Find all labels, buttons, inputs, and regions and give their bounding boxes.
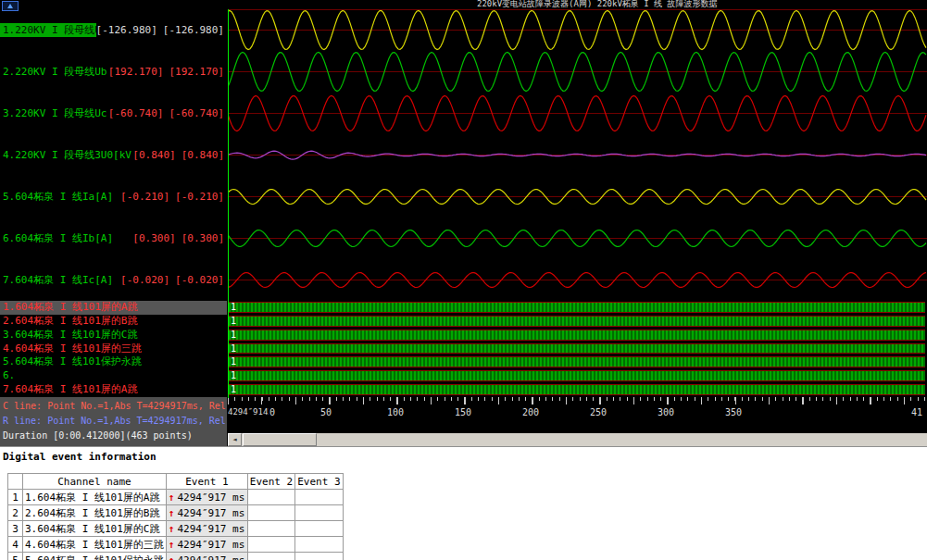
event-1-time: 4294″917 ms (177, 523, 244, 535)
horizontal-scrollbar[interactable]: ◄ (228, 433, 927, 446)
event-2-cell (247, 537, 294, 553)
analog-value-1: [-0.020] (120, 274, 169, 286)
analog-channel-row[interactable]: 6.604柘泉 I 线Ib[A] [0.300][0.300] (0, 218, 227, 259)
event-channel-name: 3.604柘泉 I 线101屏的C跳 (23, 521, 167, 537)
digital-status-row: 1 (228, 342, 927, 356)
analog-value-2: [192.170] (169, 66, 224, 78)
analog-channel-row[interactable]: 4.220KV I 段母线3U0[kV] [0.840][0.840] (0, 134, 227, 176)
up-arrow-icon (7, 4, 13, 8)
digital-channel-name[interactable]: 3.604柘泉 I 线101屏的C跳 (0, 329, 227, 342)
analog-channel-name[interactable]: 3.220KV I 段母线Uc[kV] (0, 106, 108, 120)
digital-channel-name[interactable]: 5.604柘泉 I 线101保护永跳 (0, 355, 227, 369)
event-3-cell (295, 537, 343, 553)
event-1-cell: ↑4294″917 ms (166, 553, 247, 560)
axis-tick-label: 150 (455, 407, 471, 417)
analog-value-1: [0.840] (132, 149, 175, 161)
axis-tick-label: 300 (658, 407, 674, 417)
axis-tick-label: 250 (590, 407, 607, 417)
event-table-row[interactable]: 2 2.604柘泉 I 线101屏的B跳 ↑4294″917 ms (8, 505, 344, 521)
analog-channel-name[interactable]: 2.220KV I 段母线Ub[kV] (0, 65, 108, 79)
digital-status-row: 1 (228, 315, 927, 329)
analog-channel-row[interactable]: 3.220KV I 段母线Uc[kV] [-60.740][-60.740] (0, 93, 227, 134)
event-pane-title: Digital event information (3, 451, 157, 463)
scrollbar-thumb[interactable] (243, 433, 317, 446)
header-event-2: Event 2 (247, 474, 294, 490)
digital-status-row: 1 (228, 329, 927, 342)
digital-channel-panel: 1.604柘泉 I 线101屏的A跳 2.604柘泉 I 线101屏的B跳 3.… (0, 301, 227, 397)
analog-value-1: [-0.210] (120, 191, 169, 203)
event-table[interactable]: Channel name Event 1 Event 2 Event 3 1 1… (7, 473, 344, 560)
event-1-cell: ↑4294″917 ms (166, 521, 247, 537)
cursor-line[interactable] (228, 9, 229, 398)
analog-value-2: [-60.740] (169, 107, 224, 119)
digital-state-value: 1 (231, 301, 236, 314)
digital-state-bar (229, 316, 925, 327)
time-axis[interactable]: 4294″914294″950 0 50 100 150 200 250 300… (228, 397, 927, 433)
event-table-row[interactable]: 3 3.604柘泉 I 线101屏的C跳 ↑4294″917 ms (8, 521, 344, 537)
event-row-num: 4 (8, 537, 23, 553)
event-table-header-row: Channel name Event 1 Event 2 Event 3 (8, 474, 344, 490)
digital-state-value: 1 (231, 369, 236, 382)
event-1-time: 4294″917 ms (177, 492, 244, 504)
analog-channel-row[interactable]: 2.220KV I 段母线Ub[kV] [192.170][192.170] (0, 51, 227, 93)
c-line-status: C line: Point No.=1,Abs T=4294917ms, Rel… (3, 399, 224, 414)
analog-value-2: [-126.980] (163, 24, 224, 36)
scroll-left-button[interactable]: ◄ (228, 433, 242, 446)
digital-state-bar (229, 370, 925, 381)
header-num (8, 474, 23, 490)
header-info: 220kV变电站故障录波器(A网) 220kV柘泉 I 线 故障波形数据 (477, 0, 927, 8)
analog-channel-row[interactable]: 1.220KV I 段母线Ua[kV] [-126.980][-126.980] (0, 9, 227, 51)
analog-channel-name[interactable]: 4.220KV I 段母线3U0[kV] (0, 148, 132, 162)
rising-edge-icon: ↑ (169, 523, 175, 535)
analog-value-1: [-60.740] (108, 107, 164, 119)
digital-state-value: 1 (231, 315, 236, 328)
axis-tick-label: 350 (725, 407, 742, 417)
event-table-row[interactable]: 4 4.604柘泉 I 线101屏的三跳 ↑4294″917 ms (8, 537, 344, 553)
analog-channel-row[interactable]: 7.604柘泉 I 线Ic[A] [-0.020][-0.020] (0, 259, 227, 301)
event-channel-name: 2.604柘泉 I 线101屏的B跳 (23, 505, 167, 521)
analog-value-1: [192.170] (108, 66, 164, 78)
analog-value-1: [-126.980] (96, 24, 157, 36)
event-table-row[interactable]: 5 5.604柘泉 I 线101保护永跳 ↑4294″917 ms (8, 553, 344, 560)
event-row-num: 1 (8, 490, 23, 505)
rising-edge-icon: ↑ (169, 554, 175, 560)
digital-status-row: 1 (228, 355, 927, 369)
analog-channel-name[interactable]: 6.604柘泉 I 线Ib[A] (0, 231, 113, 245)
analog-channel-name[interactable]: 7.604柘泉 I 线Ic[A] (0, 273, 113, 287)
analog-channel-row[interactable]: 5.604柘泉 I 线Ia[A] [-0.210][-0.210] (0, 176, 227, 218)
event-table-row[interactable]: 1 1.604柘泉 I 线101屏的A跳 ↑4294″917 ms (8, 490, 344, 505)
digital-status-row: 1 (228, 369, 927, 383)
analog-value-2: [-0.020] (175, 274, 224, 286)
event-3-cell (295, 505, 343, 521)
analog-value-2: [0.300] (182, 232, 224, 244)
event-3-cell (295, 553, 343, 560)
event-channel-name: 1.604柘泉 I 线101屏的A跳 (23, 490, 167, 505)
axis-tick-label: 41 (911, 407, 922, 417)
axis-tick-label: 4294″914294″950 (228, 407, 269, 417)
digital-channel-name[interactable]: 1.604柘泉 I 线101屏的A跳 (0, 301, 227, 315)
event-3-cell (295, 490, 343, 505)
analog-value-2: [0.840] (182, 149, 224, 161)
event-row-num: 5 (8, 553, 23, 560)
header-event-1: Event 1 (166, 474, 247, 490)
digital-channel-name[interactable]: 7.604柘泉 I 线101屏的A跳 (0, 383, 227, 397)
analog-value-1: [0.300] (132, 232, 175, 244)
axis-tick-label: 200 (522, 407, 539, 417)
header-channel-name: Channel name (23, 474, 167, 490)
digital-status-row: 1 (228, 383, 927, 397)
digital-status-row: 1 (228, 301, 927, 315)
analog-channel-name[interactable]: 5.604柘泉 I 线Ia[A] (0, 190, 113, 204)
digital-channel-name[interactable]: 6. (0, 369, 227, 383)
analog-channel-name[interactable]: 1.220KV I 段母线Ua[kV] (0, 23, 96, 37)
header-event-3: Event 3 (295, 474, 343, 490)
digital-channel-name[interactable]: 4.604柘泉 I 线101屏的三跳 (0, 342, 227, 356)
digital-status-area: 1 1 1 1 1 1 1 (228, 301, 927, 397)
rising-edge-icon: ↑ (169, 539, 175, 551)
digital-channel-name[interactable]: 2.604柘泉 I 线101屏的B跳 (0, 315, 227, 329)
waveform-display[interactable] (228, 9, 927, 301)
event-3-cell (295, 521, 343, 537)
event-info-pane: Digital event information Channel name E… (0, 446, 927, 560)
status-panel: C line: Point No.=1,Abs T=4294917ms, Rel… (0, 397, 227, 446)
digital-state-bar (229, 356, 925, 367)
event-channel-name: 5.604柘泉 I 线101保护永跳 (23, 553, 167, 560)
